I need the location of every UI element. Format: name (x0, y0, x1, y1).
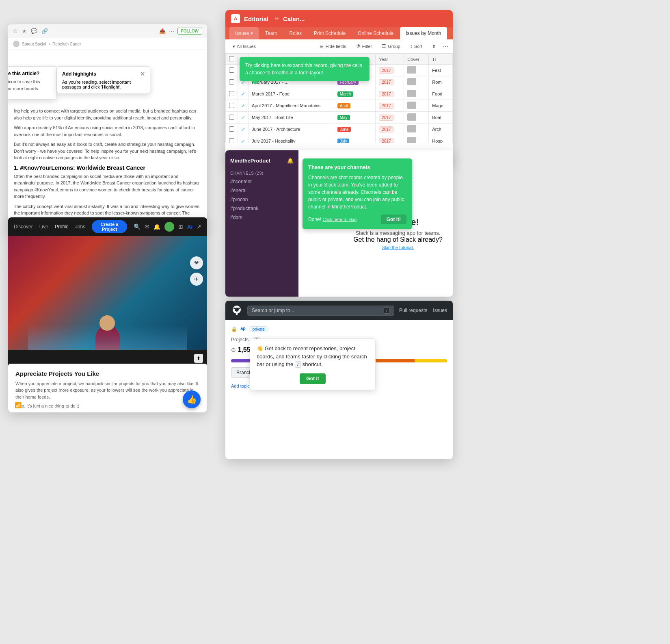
link-icon[interactable]: 🔗 (41, 28, 48, 34)
row-expand[interactable]: ⤢ (238, 112, 249, 124)
bell-icon[interactable]: 🔔 (153, 223, 160, 230)
tab-online-schedule[interactable]: Online Schedule (352, 27, 399, 39)
appreciate-fab[interactable]: 👍 (183, 390, 201, 408)
article-h1: 1. #KnowYourLemons: Worldwide Breast Can… (14, 165, 201, 171)
row-title: Fest (429, 65, 453, 76)
row-checkbox[interactable] (226, 100, 238, 112)
sidebar-item-general[interactable]: #eneral (225, 186, 298, 195)
close-icon[interactable]: ✕ (140, 71, 145, 77)
skip-tutorial-link[interactable]: Skip the tutorial. (351, 245, 445, 250)
sidebar-item-content[interactable]: #hcontent (225, 177, 298, 186)
github-topbar: Search or jump to... / Pull requests Iss… (225, 301, 453, 320)
expand-icon[interactable]: ⤢ (241, 91, 245, 96)
appreciate-icon[interactable]: ❤ (190, 256, 203, 269)
row-expand[interactable]: ⤢ (238, 88, 249, 100)
row-cover (404, 76, 429, 88)
row-name: June 2017 - Architecture (249, 124, 334, 135)
filter-icon: ▾ (233, 44, 235, 49)
bookmark-icon[interactable]: ☆ (13, 28, 18, 34)
tab-issues[interactable]: Issues ▾ (229, 27, 259, 39)
message-icon[interactable]: ✉ (145, 223, 149, 230)
more-options-btn[interactable]: ⋯ (442, 43, 449, 50)
upload-icon[interactable]: ⬆ (194, 354, 203, 363)
got-it-github-button[interactable]: Got it (300, 373, 325, 384)
expand-icon[interactable]: ⤢ (241, 115, 245, 120)
fullscreen-icon[interactable]: ⛶ (33, 402, 39, 408)
row-select[interactable] (229, 91, 234, 96)
expand-icon[interactable]: ⤢ (241, 103, 245, 108)
sidebar-item-producttank[interactable]: #producttank (225, 204, 298, 213)
add-topics-link[interactable]: Add topics (231, 384, 252, 388)
row-checkbox[interactable] (226, 135, 238, 143)
filter-btn[interactable]: ⚗ Filter (353, 42, 375, 51)
row-select[interactable] (229, 67, 234, 73)
github-search-bar[interactable]: Search or jump to... / (247, 306, 394, 316)
notification-icon: 🔔 (287, 158, 294, 164)
tab-team[interactable]: Team (259, 27, 283, 39)
tab-print-schedule[interactable]: Print Schedule (308, 27, 351, 39)
row-select[interactable] (229, 79, 234, 85)
row-select[interactable] (229, 103, 234, 108)
airtable-panel: A Editorial ✏ Calen... Issues ▾ Team Rol… (225, 10, 453, 165)
group-label: Group (388, 44, 400, 49)
nav-profile[interactable]: Profile (55, 224, 69, 230)
nav-live[interactable]: Live (39, 224, 48, 230)
comment-icon[interactable]: 💬 (31, 28, 37, 34)
row-checkbox[interactable] (226, 88, 238, 100)
row-year: 2017 (376, 112, 404, 124)
svg-point-1 (235, 308, 239, 312)
all-issues-btn[interactable]: ▾ All Issues (229, 42, 259, 51)
row-select[interactable] (229, 138, 234, 143)
tab-roles[interactable]: Roles (283, 27, 307, 39)
share-icon[interactable]: 📤 (159, 28, 166, 34)
row-checkbox[interactable] (226, 65, 238, 76)
sidebar-item-random[interactable]: #dom (225, 213, 298, 222)
row-checkbox[interactable] (226, 76, 238, 88)
row-expand[interactable]: ⤢ (238, 100, 249, 112)
expand-icon[interactable]: ⤢ (241, 139, 245, 143)
row-select[interactable] (229, 115, 234, 120)
settings-icon[interactable]: ⚙ (25, 402, 30, 408)
group-btn[interactable]: ☰ Group (378, 42, 404, 51)
repo-link[interactable]: ap (240, 326, 246, 331)
nav-pull-requests[interactable]: Pull requests (399, 308, 427, 313)
row-expand[interactable]: ⤢ (238, 135, 249, 143)
nav-jobs[interactable]: Jobs (75, 224, 85, 230)
table-row: ⤢ July 2017 - Hospitality July 2017 Hosp (226, 135, 453, 143)
row-expand[interactable]: ⤢ (238, 124, 249, 135)
tab-issues-by-month[interactable]: Issues by Month (400, 27, 447, 39)
export-btn[interactable]: ⬆ (429, 42, 439, 51)
skip-link[interactable]: Click here to skip (322, 217, 357, 222)
sidebar-item-procon[interactable]: #procon (225, 195, 298, 204)
row-select[interactable] (229, 126, 234, 132)
user-avatar[interactable] (164, 222, 174, 232)
row-checkbox[interactable] (226, 112, 238, 124)
follow-button[interactable]: FOLLOW (177, 28, 202, 35)
article-content[interactable]: Want to save this article? Click the sta… (8, 50, 207, 225)
search-icon[interactable]: 🔍 (134, 223, 140, 230)
row-month: April (334, 100, 376, 112)
behance-panel: Discover Live Profile Jobs Create a Proj… (8, 217, 207, 412)
star-icon[interactable]: ★ (22, 28, 27, 34)
row-year: 2017 (376, 135, 404, 143)
hide-fields-btn[interactable]: ⊟ Hide fields (316, 42, 349, 51)
sort-btn[interactable]: ↕ Sort (407, 42, 426, 51)
expand-icon[interactable]: ⤢ (241, 127, 245, 132)
share-icon[interactable]: ✈ (190, 273, 203, 286)
row-name: May 2017 - Boat Life (249, 112, 334, 124)
grid-icon[interactable]: ⊞ (178, 223, 183, 230)
nav-issues[interactable]: Issues (433, 308, 447, 313)
more-icon[interactable]: ⋯ (169, 28, 174, 34)
nav-discover[interactable]: Discover (14, 224, 33, 230)
external-link-icon[interactable]: ↗ (197, 223, 201, 230)
got-it-button[interactable]: Got it! (381, 215, 406, 224)
airtable-toolbar: ▾ All Issues ⊟ Hide fields ⚗ Filter ☰ Gr… (225, 39, 453, 54)
shortcut-key: / (295, 361, 301, 368)
behance-content: Be ❤ ✈ ⬆ ⧉ Appreciate Projects You Like … (8, 236, 207, 412)
select-all-checkbox[interactable] (229, 56, 234, 61)
create-project-button[interactable]: Create a Project (92, 220, 127, 233)
row-checkbox[interactable] (226, 124, 238, 135)
funnel-icon: ⚗ (356, 43, 361, 49)
article-p3: Often the best branded campaigns on soci… (14, 173, 201, 200)
edit-icon[interactable]: ✏ (275, 16, 279, 22)
